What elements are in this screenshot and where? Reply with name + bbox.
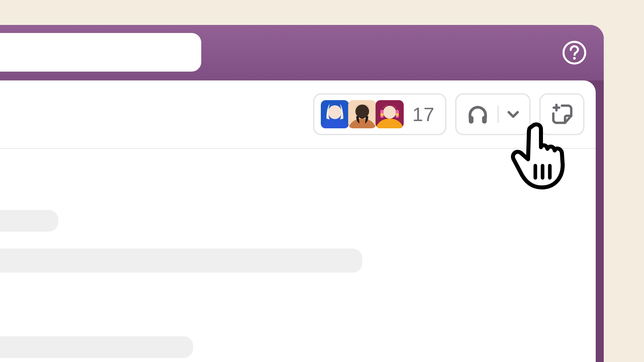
search-input[interactable] (0, 33, 201, 72)
add-canvas-button[interactable] (539, 93, 584, 135)
avatar (376, 100, 404, 128)
titlebar (0, 25, 604, 80)
svg-point-7 (383, 106, 396, 119)
avatar (321, 100, 349, 128)
channel-header-actions: 17 (313, 93, 584, 135)
huddle-button[interactable] (455, 93, 530, 135)
svg-point-10 (380, 113, 384, 116)
avatar (348, 100, 376, 128)
svg-point-3 (328, 105, 342, 119)
member-count: 17 (413, 103, 435, 125)
svg-rect-13 (482, 116, 487, 123)
svg-rect-12 (469, 116, 474, 123)
message-placeholder (0, 210, 58, 232)
svg-point-1 (573, 57, 576, 60)
member-avatar-stack (321, 100, 404, 128)
message-placeholder (0, 249, 362, 273)
svg-point-5 (355, 105, 369, 118)
message-placeholder (0, 336, 193, 358)
app-window: 17 (0, 25, 604, 362)
help-button[interactable] (562, 40, 587, 65)
channel-header: 17 (0, 80, 596, 149)
add-canvas-icon (549, 102, 574, 127)
chevron-down-icon[interactable] (506, 107, 520, 121)
help-circle-icon (562, 40, 587, 65)
divider (497, 105, 499, 123)
content-area: 17 (0, 80, 596, 362)
svg-point-11 (396, 113, 399, 116)
channel-members-button[interactable]: 17 (313, 93, 446, 135)
headphones-icon (465, 102, 490, 127)
